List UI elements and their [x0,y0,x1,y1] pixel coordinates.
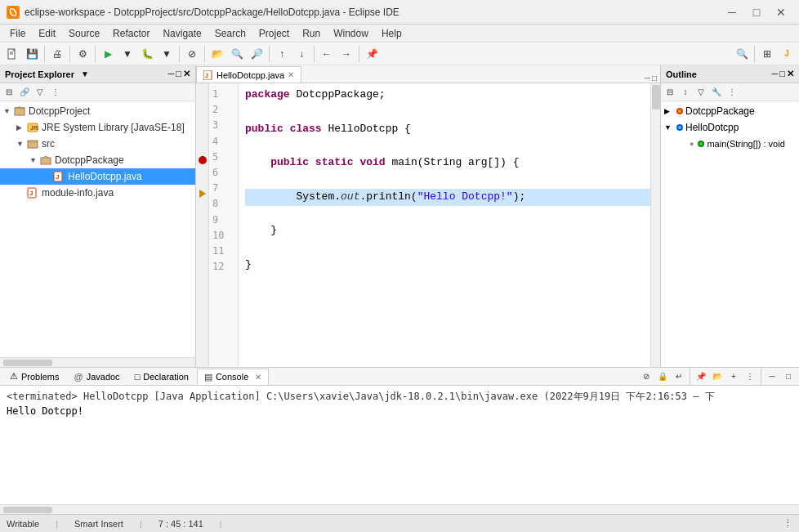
explorer-scrollbar[interactable] [0,357,195,367]
save-button[interactable]: 💾 [23,45,41,63]
link-editor-btn[interactable]: 🔗 [17,85,32,100]
menu-project[interactable]: Project [252,26,296,41]
gutter [196,83,209,367]
menu-refactor[interactable]: Refactor [106,26,156,41]
console-scrollbar-h[interactable] [0,504,799,514]
outline-close[interactable]: ✕ [787,69,794,79]
menu-file[interactable]: File [3,26,32,41]
pin-console-btn[interactable]: 📌 [694,369,708,384]
clear-console-btn[interactable]: ⊘ [639,369,654,384]
outline-method[interactable]: ● main(String[]) : void [661,136,799,152]
code-line-8 [245,206,650,223]
tab-problems[interactable]: ⚠ Problems [3,369,65,385]
tree-item-project[interactable]: ▼ DotcppProject [0,103,195,119]
tree-item-src[interactable]: ▼ src [0,136,195,152]
explorer-close[interactable]: ✕ [183,69,190,79]
project-icon [13,105,26,118]
debug-button[interactable]: 🐛 [138,45,156,63]
console-minimize[interactable]: ─ [765,369,779,384]
explorer-maximize[interactable]: □ [176,69,181,79]
pin-editor[interactable]: 📌 [363,45,381,63]
collapse-all-btn[interactable]: ⊟ [2,85,16,100]
search-button[interactable]: 🔎 [248,45,266,63]
print-button[interactable]: 🖨 [48,45,66,63]
explorer-minimize[interactable]: ─ [168,69,175,79]
perspectives-btn[interactable]: ⊞ [758,45,776,63]
gutter-1 [196,83,208,101]
tab-javadoc[interactable]: @ Javadoc [67,369,126,385]
new-console-btn[interactable]: + [726,369,741,384]
outline-panel: Outline ─ □ ✕ ⊟ ↕ ▽ 🔧 ⋮ ▶ DotcppPa [660,65,799,367]
code-line-5: public static void main(String arg[]) { [245,154,650,172]
outline-filter-btn[interactable]: ▽ [694,85,708,100]
editor-maximize-btn[interactable]: □ [652,74,657,83]
editor-scrollbar-v[interactable] [650,83,660,367]
outline-package[interactable]: ▶ DotcppPackage [661,103,799,119]
main-sig: main(String arg[]) { [386,156,520,168]
code-lines[interactable]: package DotcppPackage; public class Hell… [239,83,650,367]
search-toolbar-btn[interactable]: 🔍 [733,45,751,63]
explorer-view-menu-btn[interactable]: ⋮ [48,85,63,100]
menu-window[interactable]: Window [327,26,375,41]
explorer-filter-btn[interactable]: ▽ [33,85,47,100]
console-maximize[interactable]: □ [781,369,796,384]
explorer-menu-btn[interactable]: ▼ [81,69,89,78]
menu-search[interactable]: Search [208,26,252,41]
outline-collapse-btn[interactable]: ⊟ [663,85,677,100]
editor-tab-hellodotcpp[interactable]: J HelloDotcpp.java ✕ [196,66,301,83]
line-num-12: 12 [212,259,231,275]
tab-console[interactable]: ▤ Console ✕ [197,369,269,385]
debug-dropdown[interactable]: ▼ [158,45,176,63]
tree-item-moduleinfo[interactable]: J module-info.java [0,185,195,201]
editor-minimize-btn[interactable]: ─ [645,74,650,83]
open-type-button[interactable]: 📂 [208,45,226,63]
java-perspective[interactable]: J [778,45,796,63]
run-button[interactable]: ▶ [99,45,117,63]
close-button[interactable]: ✕ [770,3,792,21]
menu-source[interactable]: Source [62,26,106,41]
maximize-button[interactable]: □ [745,3,768,21]
forward-button[interactable]: → [337,45,355,63]
tab-close-btn[interactable]: ✕ [288,70,294,79]
tree-item-package[interactable]: ▼ DotcppPackage [0,152,195,168]
back-button[interactable]: ← [318,45,336,63]
outline-maximize[interactable]: □ [779,69,785,79]
menu-run[interactable]: Run [296,26,327,41]
toolbar-sep-7 [314,46,315,62]
prev-annotation[interactable]: ↑ [273,45,291,63]
method-access-icon: ● [690,140,694,148]
scroll-lock-btn[interactable]: 🔒 [655,369,670,384]
console-close-btn[interactable]: ✕ [255,373,261,382]
line-num-7: 7 [212,181,231,196]
next-annotation[interactable]: ↓ [292,45,310,63]
outline-view-menu[interactable]: ⋮ [725,85,739,100]
run-dropdown[interactable]: ▼ [118,45,136,63]
menu-navigate[interactable]: Navigate [156,26,208,41]
tree-item-jre[interactable]: ▶ JRE JRE System Library [JavaSE-18] [0,119,195,136]
console-view-menu[interactable]: ⋮ [743,369,757,384]
status-sep-3: | [220,519,222,529]
new-button[interactable] [3,45,21,63]
pkg-arrow: ▶ [664,107,674,115]
menu-help[interactable]: Help [375,26,408,41]
properties-button[interactable]: ⚙ [74,45,92,63]
tab-declaration[interactable]: □ Declaration [128,369,195,385]
outline-sort-btn[interactable]: ↕ [678,85,693,100]
menu-edit[interactable]: Edit [32,26,62,41]
outline-minimize[interactable]: ─ [772,69,779,79]
javadoc-icon: @ [74,372,83,382]
open-console-btn[interactable]: 📂 [710,369,725,384]
expand-arrow-src: ▼ [16,140,26,148]
word-wrap-btn[interactable]: ↵ [672,369,686,384]
code-editor[interactable]: 1 2 3 4 5 6 7 8 9 10 11 12 [196,83,660,367]
outline-hide-fields[interactable]: 🔧 [709,85,724,100]
tree-item-hellodotcpp[interactable]: J HelloDotcpp.java [0,168,195,185]
minimize-button[interactable]: ─ [721,3,743,21]
gutter-6 [196,168,208,186]
method-dot [698,141,704,147]
open-resource-button[interactable]: 🔍 [228,45,246,63]
outline-class[interactable]: ▼ HelloDotcpp [661,119,799,136]
skip-all-breakpoints[interactable]: ⊘ [183,45,201,63]
expand-arrow: ▼ [3,107,13,115]
toolbar-sep-4 [179,46,180,62]
